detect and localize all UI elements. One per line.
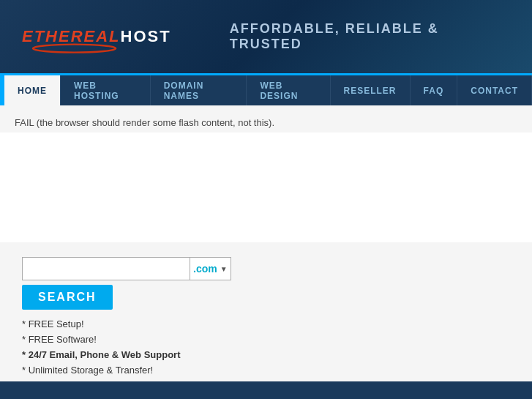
feature-item-1: * FREE Software! bbox=[22, 334, 510, 345]
nav-item-faq[interactable]: FAQ bbox=[411, 75, 458, 105]
main-content: FAIL (the browser should render some fla… bbox=[0, 105, 532, 398]
header: ETHEREAL HOST AFFORDABLE, RELIABLE & TRU… bbox=[0, 0, 532, 73]
logo-ethereal: ETHEREAL bbox=[22, 27, 121, 46]
domain-widget: .com ▼ SEARCH * FREE Setup! * FREE Softw… bbox=[15, 242, 517, 387]
nav-item-web-design[interactable]: WEB DESIGN bbox=[247, 75, 330, 105]
domain-input-row: .com ▼ bbox=[22, 257, 510, 280]
features-list: * FREE Setup! * FREE Software! * 24/7 Em… bbox=[22, 318, 510, 376]
nav-item-home[interactable]: HOME bbox=[4, 75, 61, 105]
feature-item-2-text: * 24/7 Email, Phone & Web Support bbox=[22, 349, 180, 360]
domain-ext-wrapper[interactable]: .com ▼ bbox=[190, 257, 231, 280]
bottom-bar bbox=[0, 381, 532, 399]
logo-host: HOST bbox=[121, 27, 171, 46]
logo-area: ETHEREAL HOST bbox=[22, 27, 171, 46]
tagline: AFFORDABLE, RELIABLE & TRUSTED bbox=[230, 21, 510, 52]
nav-item-contact[interactable]: CONTACT bbox=[457, 75, 532, 105]
nav-item-web-hosting[interactable]: WEB HOSTING bbox=[61, 75, 151, 105]
nav-item-reseller[interactable]: RESELLER bbox=[331, 75, 411, 105]
feature-item-0: * FREE Setup! bbox=[22, 318, 510, 329]
flash-placeholder bbox=[0, 133, 532, 242]
domain-ext-dropdown-arrow[interactable]: ▼ bbox=[220, 265, 228, 273]
search-button[interactable]: SEARCH bbox=[22, 285, 113, 310]
feature-item-3: * Unlimited Storage & Transfer! bbox=[22, 365, 510, 376]
navigation: HOME WEB HOSTING DOMAIN NAMES WEB DESIGN… bbox=[0, 73, 532, 105]
domain-search-input[interactable] bbox=[22, 257, 190, 280]
flash-fail-message: FAIL (the browser should render some fla… bbox=[15, 113, 517, 133]
domain-extension-label: .com bbox=[193, 263, 217, 275]
nav-item-domain-names[interactable]: DOMAIN NAMES bbox=[151, 75, 247, 105]
feature-item-2: * 24/7 Email, Phone & Web Support bbox=[22, 349, 510, 360]
